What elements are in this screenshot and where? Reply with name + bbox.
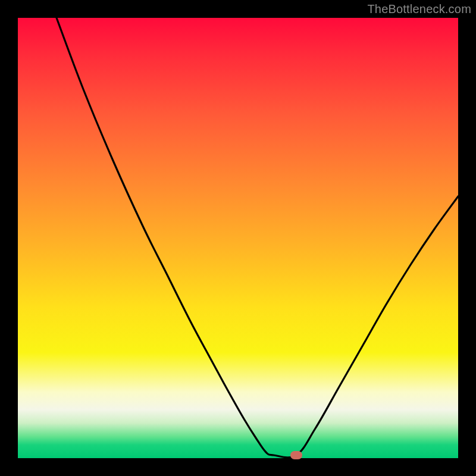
watermark-text: TheBottleneck.com (367, 2, 471, 16)
chart-frame: TheBottleneck.com (0, 0, 476, 476)
plot-area (18, 18, 458, 458)
bottleneck-curve (18, 18, 458, 458)
min-marker (290, 451, 302, 459)
curve-path (57, 18, 458, 458)
